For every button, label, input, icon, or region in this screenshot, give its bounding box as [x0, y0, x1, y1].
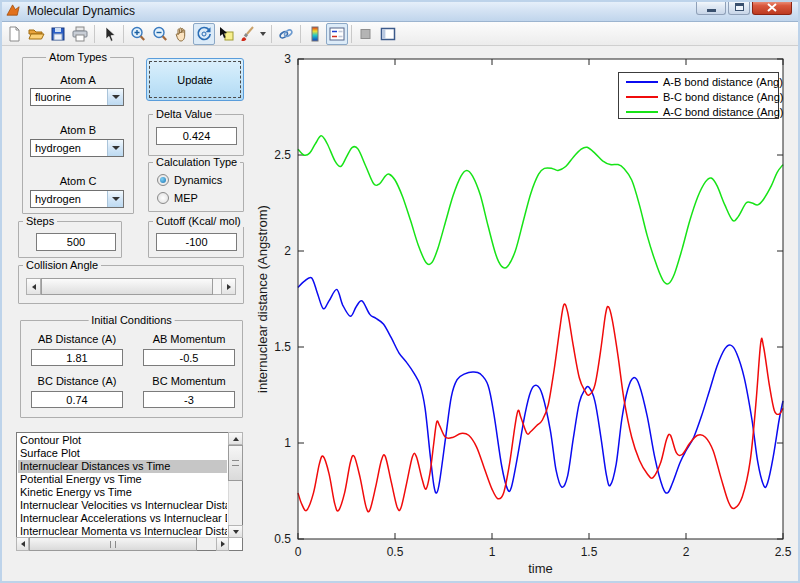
radio-mep-dot[interactable]: [157, 192, 169, 204]
list-item[interactable]: Contour Plot: [18, 434, 227, 447]
y-tick-label: 1: [284, 436, 291, 450]
ab-distance-field[interactable]: [31, 349, 123, 366]
atom-b-dropdown-button[interactable]: [107, 140, 123, 156]
arrow-left-icon: [32, 284, 36, 290]
y-tick-label: 2: [284, 244, 291, 258]
tool-rotate-3d[interactable]: [193, 23, 215, 45]
atom-b-dropdown[interactable]: hydrogen: [30, 139, 124, 157]
list-item[interactable]: Internuclear Distances vs Time: [18, 460, 227, 473]
list-item[interactable]: Potential Energy vs Time: [18, 473, 227, 486]
legend-entry: A-C bond distance (Ang): [619, 104, 778, 119]
link-plots-icon: [277, 25, 295, 43]
atom-a-dropdown[interactable]: fluorine: [30, 88, 124, 106]
tool-print[interactable]: [69, 23, 91, 45]
y-tick-label: 2.5: [274, 148, 291, 162]
calculation-type-group: Calculation Type: [148, 162, 244, 212]
ab-momentum-label: AB Momentum: [143, 333, 235, 345]
pan-hand-icon: [173, 25, 191, 43]
cutoff-field[interactable]: [156, 233, 237, 251]
list-item[interactable]: Internuclear Momenta vs Internuclear Dis…: [18, 525, 227, 536]
scroll-right-button[interactable]: [216, 537, 229, 551]
maximize-button[interactable]: [728, 0, 750, 15]
titlebar: Molecular Dynamics: [0, 0, 800, 22]
rotate-3d-icon: [195, 25, 213, 43]
hide-plot-tools-icon: [357, 25, 375, 43]
collision-angle-slider[interactable]: [26, 278, 236, 295]
slider-right-arrow[interactable]: [221, 278, 236, 295]
toolbar-separator: [94, 25, 95, 43]
slider-thumb[interactable]: [41, 278, 213, 295]
list-item[interactable]: Internuclear Accelerations vs Internucle…: [18, 512, 227, 525]
atom-c-dropdown[interactable]: hydrogen: [30, 190, 124, 208]
atom-b-value: hydrogen: [31, 140, 107, 156]
tool-pointer[interactable]: [98, 23, 120, 45]
tool-hide-plot-tools[interactable]: [355, 23, 377, 45]
y-tick-label: 0.5: [274, 532, 291, 546]
control-panel: Atom Types Atom A fluorine Atom B hydrog…: [0, 46, 250, 583]
plot-type-listbox[interactable]: Contour PlotSurface PlotInternuclear Dis…: [16, 432, 243, 551]
tool-link-plots[interactable]: [275, 23, 297, 45]
x-tick-label: 1: [489, 545, 496, 559]
collision-angle-label: Collision Angle: [23, 259, 101, 271]
update-button[interactable]: Update: [146, 58, 244, 101]
x-tick-label: 0: [295, 545, 302, 559]
radio-mep[interactable]: MEP: [157, 192, 198, 204]
steps-field[interactable]: [36, 233, 116, 251]
tool-new-file[interactable]: [3, 23, 25, 45]
tool-save[interactable]: [47, 23, 69, 45]
tool-data-cursor[interactable]: [215, 23, 237, 45]
scroll-up-button[interactable]: [228, 432, 243, 445]
bc-momentum-label: BC Momentum: [143, 375, 235, 387]
plot-legend[interactable]: A-B bond distance (Ang)B-C bond distance…: [618, 72, 779, 119]
bc-distance-field[interactable]: [31, 391, 123, 408]
open-file-icon: [27, 25, 45, 43]
new-file-icon: [5, 25, 23, 43]
bc-distance-label: BC Distance (A): [31, 375, 123, 387]
slider-left-arrow[interactable]: [26, 278, 41, 295]
atom-a-dropdown-button[interactable]: [107, 89, 123, 105]
toolbar-separator: [351, 25, 352, 43]
listbox-vertical-scrollbar[interactable]: [228, 433, 242, 537]
ab-momentum-field[interactable]: [143, 349, 235, 366]
window-title: Molecular Dynamics: [27, 4, 135, 18]
legend-entry: A-B bond distance (Ang): [619, 74, 778, 89]
vertical-scroll-thumb[interactable]: [228, 445, 243, 481]
atom-c-dropdown-button[interactable]: [107, 191, 123, 207]
tool-insert-legend[interactable]: [326, 23, 348, 45]
list-item[interactable]: Internuclear Velocities vs Internuclear …: [18, 499, 227, 512]
plot-canvas[interactable]: 00.511.522.50.511.522.53timeinternuclear…: [250, 46, 800, 583]
arrow-up-icon: [233, 437, 239, 441]
tool-brush[interactable]: [237, 23, 259, 45]
steps-label: Steps: [23, 215, 57, 227]
app-window: Molecular Dynamics: [0, 0, 800, 583]
tool-pan[interactable]: [171, 23, 193, 45]
list-item[interactable]: Kinetic Energy vs Time: [18, 486, 227, 499]
bc-momentum-field[interactable]: [143, 391, 235, 408]
radio-dynamics-dot[interactable]: [157, 174, 169, 186]
listbox-horizontal-scrollbar[interactable]: [17, 537, 228, 550]
arrow-right-icon: [221, 541, 225, 547]
delta-value-field[interactable]: [156, 127, 237, 145]
brush-dropdown-caret[interactable]: [260, 32, 266, 36]
toolbar-separator: [300, 25, 301, 43]
minimize-button[interactable]: [696, 0, 726, 15]
radio-dynamics[interactable]: Dynamics: [157, 174, 222, 186]
y-axis-label: internuclear distance (Angstrom): [255, 205, 270, 393]
horizontal-scroll-thumb[interactable]: [29, 537, 197, 551]
show-plot-tools-icon: [379, 25, 397, 43]
tool-open-file[interactable]: [25, 23, 47, 45]
atom-b-label: Atom B: [22, 124, 134, 136]
scroll-left-button[interactable]: [16, 537, 29, 551]
tool-show-plot-tools[interactable]: [377, 23, 399, 45]
list-item[interactable]: Surface Plot: [18, 447, 227, 460]
close-button[interactable]: [752, 0, 792, 15]
tool-zoom-in[interactable]: [127, 23, 149, 45]
save-icon: [49, 25, 67, 43]
arrow-right-icon: [227, 284, 231, 290]
tool-insert-colorbar[interactable]: [304, 23, 326, 45]
legend-line-sample: [626, 81, 658, 83]
scroll-down-button[interactable]: [228, 525, 243, 538]
grip-icon: [232, 460, 239, 466]
tool-zoom-out[interactable]: [149, 23, 171, 45]
arrow-left-icon: [21, 541, 25, 547]
